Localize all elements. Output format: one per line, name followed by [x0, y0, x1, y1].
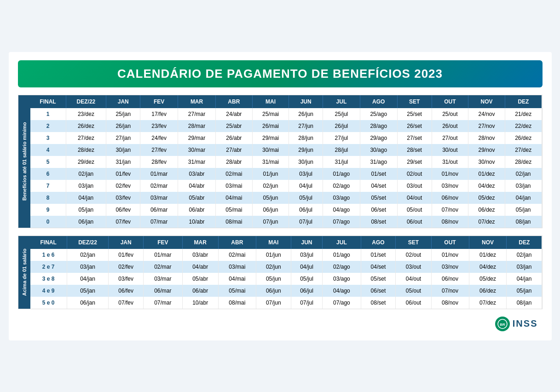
date-cell: 31/jul — [323, 156, 360, 168]
final-digit-cell: 1 — [30, 108, 66, 120]
date-cell: 05/abr — [182, 273, 218, 285]
date-cell: 03/jan — [67, 261, 108, 273]
date-cell: 27/dez — [505, 144, 542, 156]
table-row: 4 e 905/jan06/fev06/mar06/abr05/mai06/ju… — [30, 285, 542, 297]
date-cell: 03/fev — [109, 273, 144, 285]
date-cell: 04/out — [396, 273, 431, 285]
date-cell: 27/jul — [323, 132, 360, 144]
date-cell: 26/mai — [252, 120, 289, 132]
col-header: JUL — [323, 95, 360, 108]
date-cell: 04/out — [397, 192, 432, 204]
date-cell: 02/ago — [323, 180, 360, 192]
date-cell: 26/jun — [289, 108, 323, 120]
date-cell: 05/jun — [256, 273, 291, 285]
date-cell: 06/set — [360, 204, 397, 216]
date-cell: 26/jan — [106, 120, 140, 132]
date-cell: 03/abr — [178, 168, 216, 180]
date-cell: 07/dez — [469, 297, 507, 309]
table-row: 1 e 602/jan01/fev01/mar03/abr02/mai01/ju… — [30, 249, 542, 261]
date-cell: 06/jun — [252, 204, 289, 216]
date-cell: 02/mai — [218, 249, 256, 261]
final-digit-cell: 7 — [30, 180, 66, 192]
date-cell: 30/mai — [252, 144, 289, 156]
date-cell: 04/dez — [469, 261, 507, 273]
date-cell: 04/jan — [505, 192, 542, 204]
date-cell: 04/set — [360, 180, 397, 192]
date-cell: 27/abr — [216, 144, 253, 156]
date-cell: 02/jan — [67, 249, 108, 261]
page-title: CALENDÁRIO DE PAGAMENTO DE BENEFÍCIOS 20… — [23, 67, 538, 81]
date-cell: 05/jan — [505, 204, 542, 216]
table-row: 602/jan01/fev01/mar03/abr02/mai01/jun03/… — [30, 168, 542, 180]
date-cell: 05/dez — [469, 273, 507, 285]
date-cell: 02/out — [396, 249, 431, 261]
date-cell: 07/ago — [323, 297, 361, 309]
date-cell: 01/ago — [323, 168, 360, 180]
date-cell: 26/set — [397, 120, 432, 132]
col-header: SET — [397, 95, 432, 108]
date-cell: 31/out — [432, 156, 468, 168]
date-cell: 02/jan — [505, 168, 542, 180]
final-digit-cell: 6 — [30, 168, 66, 180]
date-cell: 02/ago — [323, 261, 361, 273]
col-header: DEZ/22 — [66, 95, 106, 108]
col-header: MAI — [252, 95, 289, 108]
date-cell: 02/mar — [144, 261, 182, 273]
section2-table: FINALDEZ/22JANFEVMARABRMAIJUNJULAGOSETOU… — [30, 236, 542, 309]
col-header: JUN — [289, 95, 323, 108]
date-cell: 06/dez — [468, 204, 505, 216]
date-cell: 01/set — [361, 249, 396, 261]
date-cell: 08/jan — [505, 216, 542, 228]
date-cell: 05/jun — [252, 192, 289, 204]
section1-table-wrap: FINALDEZ/22JANFEVMARABRMAIJUNJULAGOSETOU… — [30, 95, 542, 228]
date-cell: 22/dez — [505, 120, 542, 132]
final-digit-cell: 5 e 0 — [30, 297, 67, 309]
date-cell: 31/jan — [106, 156, 140, 168]
date-cell: 17/fev — [140, 108, 178, 120]
section2-tbody: 1 e 602/jan01/fev01/mar03/abr02/mai01/ju… — [30, 249, 542, 309]
col-header: FEV — [144, 236, 182, 249]
date-cell: 24/fev — [140, 132, 178, 144]
date-cell: 04/jul — [289, 180, 323, 192]
date-cell: 07/ago — [323, 216, 360, 228]
date-cell: 05/jul — [289, 192, 323, 204]
table-row: 529/dez31/jan28/fev31/mar28/abr31/mai30/… — [30, 156, 542, 168]
table-row: 2 e 703/jan02/fev02/mar04/abr03/mai02/ju… — [30, 261, 542, 273]
section2-side-label: Acima de 01 salário — [18, 236, 30, 309]
date-cell: 31/mai — [252, 156, 289, 168]
date-cell: 28/jun — [289, 132, 323, 144]
date-cell: 04/abr — [178, 180, 216, 192]
date-cell: 28/set — [397, 144, 432, 156]
final-digit-cell: 9 — [30, 204, 66, 216]
section-beneficios-acima: Acima de 01 salário FINALDEZ/22JANFEVMAR… — [18, 236, 543, 309]
date-cell: 03/out — [396, 261, 431, 273]
col-header: AGO — [360, 95, 397, 108]
date-cell: 02/out — [397, 168, 432, 180]
date-cell: 06/fev — [106, 204, 140, 216]
date-cell: 04/jan — [66, 192, 106, 204]
date-cell: 01/nov — [432, 168, 468, 180]
date-cell: 06/jul — [289, 204, 323, 216]
date-cell: 06/abr — [182, 285, 218, 297]
date-cell: 25/set — [397, 108, 432, 120]
date-cell: 27/set — [397, 132, 432, 144]
col-header: OUT — [431, 236, 469, 249]
date-cell: 05/abr — [178, 192, 216, 204]
date-cell: 01/ago — [323, 249, 361, 261]
inss-icon-circle: BR — [495, 317, 510, 331]
date-cell: 04/ago — [323, 285, 361, 297]
date-cell: 23/dez — [66, 108, 106, 120]
date-cell: 04/dez — [468, 180, 505, 192]
date-cell: 08/nov — [432, 216, 468, 228]
date-cell: 02/jan — [66, 168, 106, 180]
col-header: FINAL — [30, 95, 66, 108]
date-cell: 28/abr — [216, 156, 253, 168]
date-cell: 29/dez — [66, 156, 106, 168]
date-cell: 06/jun — [256, 285, 291, 297]
date-cell: 02/fev — [106, 180, 140, 192]
col-header: JAN — [109, 236, 144, 249]
date-cell: 30/jun — [289, 156, 323, 168]
date-cell: 03/ago — [323, 273, 361, 285]
title-bar: CALENDÁRIO DE PAGAMENTO DE BENEFÍCIOS 20… — [18, 60, 543, 87]
table-row: 327/dez27/jan24/fev29/mar26/abr29/mai28/… — [30, 132, 542, 144]
